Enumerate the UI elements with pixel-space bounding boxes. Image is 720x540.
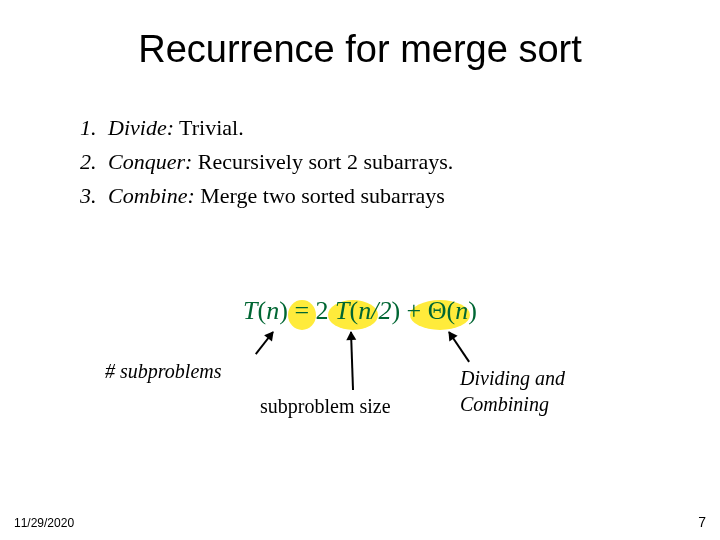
formula-theta-arg: n	[455, 296, 468, 325]
formula-coeff: 2	[316, 296, 329, 325]
formula-eq: =	[288, 296, 316, 325]
annotation-line: Dividing and	[460, 367, 565, 389]
formula-plus: +	[400, 296, 428, 325]
step-desc: Trivial.	[174, 115, 244, 140]
recurrence-formula: T(n) = 2 T(n/2) + Θ(n)	[0, 296, 720, 326]
annotation-dividing: Dividing and Combining	[460, 365, 565, 417]
list-item: 1. Divide: Trivial.	[80, 111, 720, 145]
list-item: 2. Conquer: Recursively sort 2 subarrays…	[80, 145, 720, 179]
annotation-subproblems: # subproblems	[105, 360, 221, 383]
footer-page-number: 7	[698, 514, 706, 530]
arrow-icon	[255, 331, 274, 354]
step-name: Conquer:	[108, 149, 192, 174]
formula-lhs-arg: n	[266, 296, 279, 325]
step-number: 3.	[80, 179, 108, 213]
footer-date: 11/29/2020	[14, 516, 74, 530]
step-name: Divide:	[108, 115, 174, 140]
slide-title: Recurrence for merge sort	[0, 0, 720, 71]
annotation-size: subproblem size	[260, 395, 391, 418]
formula-lhs-var: T	[243, 296, 257, 325]
slide: Recurrence for merge sort 1. Divide: Tri…	[0, 0, 720, 540]
formula-theta: Θ	[428, 296, 447, 325]
step-number: 2.	[80, 145, 108, 179]
step-desc: Merge two sorted subarrays	[195, 183, 445, 208]
step-desc: Recursively sort 2 subarrays.	[192, 149, 453, 174]
annotation-line: Combining	[460, 393, 549, 415]
list-item: 3. Combine: Merge two sorted subarrays	[80, 179, 720, 213]
formula-mid-var: T	[335, 296, 349, 325]
arrow-icon	[350, 332, 354, 390]
step-number: 1.	[80, 111, 108, 145]
formula-mid-arg: n/2	[358, 296, 391, 325]
arrow-icon	[448, 331, 470, 362]
step-list: 1. Divide: Trivial. 2. Conquer: Recursiv…	[80, 111, 720, 213]
step-name: Combine:	[108, 183, 195, 208]
